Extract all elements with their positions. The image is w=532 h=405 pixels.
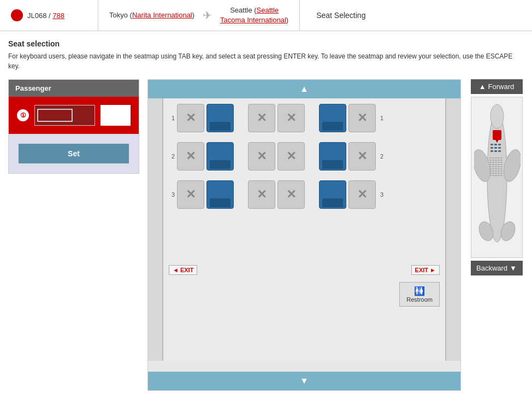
seat-3A: ✕: [177, 180, 204, 209]
exit-right-sign: EXIT ►: [411, 265, 440, 275]
seat-1A: ✕: [177, 104, 204, 132]
svg-rect-11: [490, 147, 493, 149]
nav-panel: ▲ Forward: [469, 79, 524, 275]
svg-rect-8: [490, 144, 493, 145]
seat-indicator: [37, 109, 73, 122]
row-number-1-left: 1: [166, 115, 175, 121]
svg-rect-50: [498, 171, 500, 172]
status-label: Seat Selecting: [316, 11, 365, 20]
forward-label: Forward: [488, 83, 515, 91]
scroll-up-icon: ▲: [300, 84, 309, 93]
seat-3C: ✕: [248, 180, 275, 209]
svg-rect-56: [500, 173, 503, 174]
seat-3E[interactable]: [319, 180, 346, 209]
seatmap-outer: ▲ 1: [147, 79, 461, 391]
svg-rect-41: [500, 166, 503, 167]
svg-rect-32: [489, 164, 492, 165]
origin-airport-link[interactable]: Narita International: [132, 11, 192, 19]
instructions-text: For keyboard users, please navigate in t…: [8, 51, 524, 71]
svg-rect-23: [492, 160, 494, 161]
svg-rect-20: [498, 157, 500, 159]
svg-rect-24: [495, 160, 497, 161]
scroll-down-button[interactable]: ▼: [148, 372, 460, 390]
seat-2D: ✕: [277, 142, 305, 171]
svg-rect-19: [495, 157, 497, 159]
svg-rect-9: [494, 144, 497, 145]
forward-button[interactable]: ▲ Forward: [471, 79, 523, 94]
svg-rect-39: [495, 166, 497, 167]
set-button[interactable]: Set: [19, 144, 129, 163]
svg-rect-28: [492, 162, 494, 163]
seat-2F: ✕: [348, 142, 376, 171]
mini-plane: [471, 97, 523, 258]
seat-1E[interactable]: [319, 104, 346, 132]
svg-rect-14: [490, 150, 493, 152]
svg-rect-44: [495, 168, 497, 169]
seat-3D: ✕: [277, 180, 305, 209]
passenger-body: ①: [9, 97, 139, 134]
dest-city: Seattle (Seattle Tacoma International): [220, 5, 288, 25]
forward-icon: ▲: [479, 83, 486, 91]
svg-rect-35: [498, 164, 500, 165]
svg-rect-61: [500, 175, 503, 176]
seat-2E[interactable]: [319, 142, 346, 171]
row-number-3-left: 3: [166, 191, 175, 198]
row-number-2-right: 2: [380, 153, 389, 160]
passenger-number: ①: [17, 109, 29, 121]
booking-status: Seat Selecting: [300, 0, 382, 31]
svg-rect-12: [494, 147, 497, 149]
route-info: Tokyo (Narita International) ✈ Seattle (…: [98, 0, 300, 31]
seat-row-2: 2 ✕: [166, 142, 442, 171]
dest-airport-prefix-link[interactable]: Seattle: [257, 6, 279, 14]
passenger-panel-header: Passenger: [9, 80, 139, 97]
svg-rect-54: [495, 173, 497, 174]
svg-rect-46: [500, 168, 503, 169]
scroll-up-button[interactable]: ▲: [148, 80, 460, 98]
seat-3F: ✕: [348, 180, 376, 209]
svg-rect-51: [500, 171, 503, 172]
backward-button[interactable]: Backward ▼: [471, 261, 523, 275]
svg-rect-59: [495, 175, 497, 176]
seat-3B[interactable]: [206, 180, 234, 209]
jal-logo-icon: [11, 9, 23, 21]
svg-rect-15: [494, 150, 497, 152]
restroom-area: 🚻 Restroom: [166, 282, 442, 307]
seat-2C: ✕: [248, 142, 275, 171]
seat-selector-box: [101, 105, 131, 126]
seat-1D: ✕: [277, 104, 305, 132]
dest-city-name: Seattle: [230, 6, 252, 14]
svg-rect-40: [498, 166, 500, 167]
svg-rect-10: [498, 144, 501, 145]
aircraft-link[interactable]: 788: [52, 11, 64, 20]
passenger-panel: Passenger ① Set: [8, 79, 139, 174]
exit-left-label: ◄ EXIT: [173, 267, 193, 273]
exit-right-label: EXIT ►: [415, 267, 436, 273]
svg-rect-37: [489, 166, 492, 167]
svg-rect-29: [495, 162, 497, 163]
passenger-row: ①: [17, 105, 131, 126]
svg-rect-43: [492, 168, 494, 169]
main-content: Seat selection For keyboard users, pleas…: [0, 31, 532, 399]
restroom-box: 🚻 Restroom: [399, 282, 440, 307]
origin-city: Tokyo (Narita International): [109, 10, 194, 20]
seat-2B[interactable]: [206, 142, 234, 171]
flight-number: JL068 / 788: [27, 11, 64, 20]
svg-rect-22: [489, 160, 492, 161]
svg-rect-60: [498, 175, 500, 176]
svg-rect-27: [489, 162, 492, 163]
restroom-icons: 🚻: [406, 286, 433, 296]
svg-rect-26: [500, 160, 503, 161]
flight-info: JL068 / 788: [0, 0, 98, 31]
svg-rect-53: [492, 173, 494, 174]
seat-2A: ✕: [177, 142, 204, 171]
dest-airport-link[interactable]: Tacoma International: [220, 16, 286, 24]
seat-1B[interactable]: [206, 104, 234, 132]
plane-svg: [474, 100, 521, 253]
backward-icon: ▼: [510, 264, 517, 272]
seat-row-1: 1 ✕: [166, 104, 442, 132]
seatmap-content: 1 ✕: [148, 98, 460, 372]
backward-label: Backward: [476, 264, 507, 272]
content-area: Passenger ① Set ▲: [8, 79, 524, 391]
svg-rect-34: [495, 164, 497, 165]
seatmap-wrapper: ▲ 1: [147, 79, 461, 391]
